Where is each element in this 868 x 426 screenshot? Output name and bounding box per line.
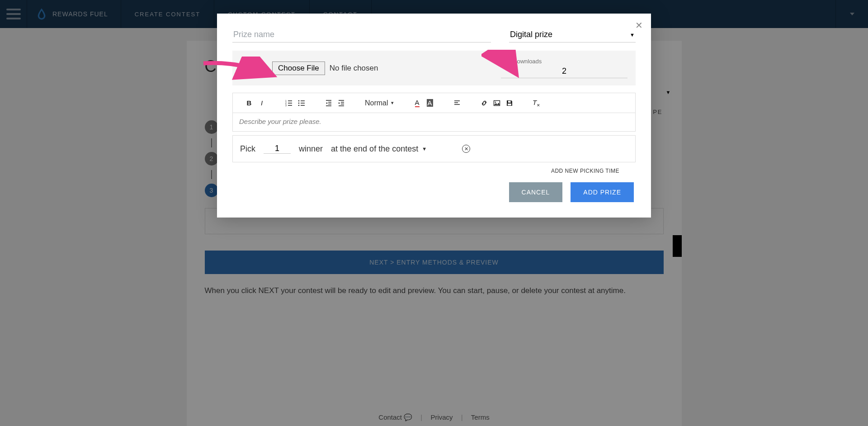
sort-icon: ▾ xyxy=(391,100,394,106)
svg-point-3 xyxy=(298,100,300,101)
prize-type-select[interactable]: Digital prize ▼ xyxy=(509,28,636,43)
svg-point-7 xyxy=(495,101,495,102)
text-color-button[interactable]: A xyxy=(411,97,424,109)
add-prize-modal: ✕ Digital prize ▼ Choose File No file ch… xyxy=(217,14,651,218)
unordered-list-button[interactable] xyxy=(295,97,308,109)
highlight-button[interactable]: A xyxy=(424,97,436,109)
max-downloads-input[interactable] xyxy=(501,65,627,78)
ordered-list-button[interactable]: 123 xyxy=(283,97,295,109)
close-button[interactable]: ✕ xyxy=(635,20,643,31)
add-picking-time-link[interactable]: ADD NEW PICKING TIME xyxy=(232,168,619,174)
winner-pick-row: Pick winner at the end of the contest ▼ … xyxy=(232,135,636,162)
svg-point-4 xyxy=(298,102,300,104)
choose-file-button[interactable]: Choose File xyxy=(272,62,325,75)
outdent-button[interactable] xyxy=(322,97,335,109)
editor-toolbar: B I 123 xyxy=(233,93,635,113)
svg-point-5 xyxy=(298,104,300,106)
align-button[interactable] xyxy=(451,97,463,109)
svg-text:3: 3 xyxy=(285,104,287,107)
link-button[interactable] xyxy=(478,97,491,109)
chevron-down-icon: ▼ xyxy=(422,146,427,151)
prize-name-input[interactable] xyxy=(232,27,491,43)
prize-description-editor: B I 123 xyxy=(232,93,636,132)
clear-format-button[interactable]: T✕ xyxy=(530,97,543,109)
winner-count-input[interactable] xyxy=(264,144,291,154)
pick-when-select[interactable]: at the end of the contest ▼ xyxy=(331,144,427,154)
image-button[interactable] xyxy=(491,97,503,109)
pick-prefix: Pick xyxy=(240,144,255,154)
close-icon: ✕ xyxy=(464,146,468,152)
bold-button[interactable]: B xyxy=(243,97,255,109)
file-upload-bar: Choose File No file chosen Max downloads xyxy=(232,51,636,85)
close-icon: ✕ xyxy=(635,20,643,30)
editor-body[interactable]: Describe your prize please. xyxy=(233,113,635,131)
prize-type-value: Digital prize xyxy=(510,30,552,39)
pick-mid: winner xyxy=(299,144,323,154)
remove-pick-row-button[interactable]: ✕ xyxy=(462,145,470,153)
heading-select[interactable]: Normal ▾ xyxy=(362,99,396,107)
max-downloads-label: Max downloads xyxy=(501,58,627,65)
save-button[interactable] xyxy=(503,97,516,109)
cancel-button[interactable]: CANCEL xyxy=(509,182,563,202)
add-prize-button[interactable]: ADD PRIZE xyxy=(571,182,634,202)
italic-button[interactable]: I xyxy=(255,97,268,109)
chevron-down-icon: ▼ xyxy=(630,32,635,38)
indent-button[interactable] xyxy=(335,97,348,109)
file-status-text: No file chosen xyxy=(330,64,378,73)
